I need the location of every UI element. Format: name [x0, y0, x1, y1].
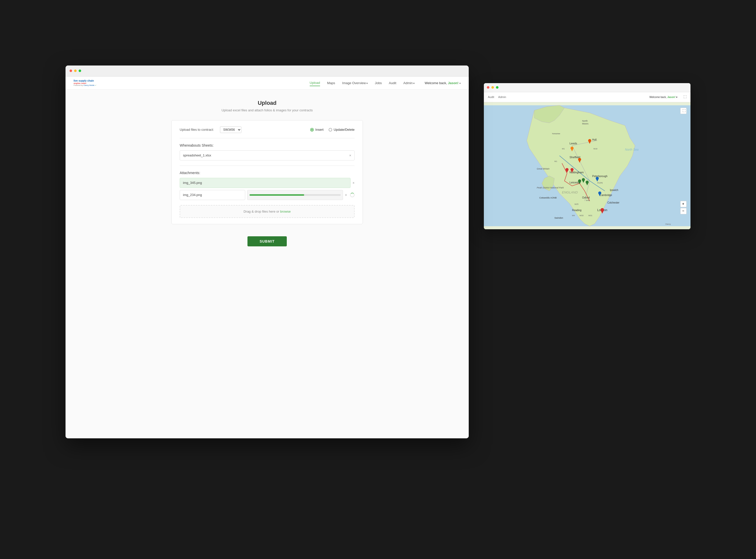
browse-link[interactable]: browse — [280, 209, 291, 214]
contract-label: Upload files to contract: — [180, 128, 214, 132]
svg-text:Cotswolds AONB: Cotswolds AONB — [539, 197, 557, 199]
scene: Audit Admin Welcome back, Jason! ▾ ⛶ — [50, 53, 706, 506]
attachments-section: Attachments: img_345.png × img_234.png — [180, 171, 355, 218]
logo-line2: anglian water — [73, 82, 86, 84]
svg-text:Sheffield: Sheffield — [570, 156, 580, 159]
map-window: Audit Admin Welcome back, Jason! ▾ ⛶ — [484, 83, 690, 229]
svg-text:Great Britain: Great Britain — [537, 167, 550, 170]
progress-bar-wrap-1 — [249, 194, 341, 196]
svg-text:Peterborough: Peterborough — [592, 175, 607, 178]
svg-text:Reading: Reading — [572, 209, 581, 211]
browser-titlebar — [66, 66, 469, 76]
upload-spinner-1 — [350, 193, 355, 197]
svg-text:+: + — [682, 202, 684, 206]
nav-image-overview[interactable]: Image Overview — [342, 80, 368, 86]
contract-row: Upload files to contract: SW3456 Insert … — [180, 127, 355, 133]
browser-dot-close[interactable] — [70, 69, 72, 72]
logo-line1: live supply chain — [73, 80, 94, 82]
nav-upload[interactable]: Upload — [310, 80, 320, 86]
svg-text:⛶: ⛶ — [683, 109, 685, 113]
logo: live supply chain anglian water Powered … — [73, 80, 96, 86]
attachment-filename-1: img_234.png — [183, 193, 242, 197]
map-svg: Leeds Hull Sheffield Nottingham Leiceste… — [484, 102, 690, 229]
svg-text:Leeds: Leeds — [570, 142, 577, 145]
map-nav-welcome: Welcome back, Jason! ▾ — [649, 96, 677, 98]
nav-jobs[interactable]: Jobs — [375, 80, 381, 86]
submit-area: SUBMIT — [81, 236, 453, 246]
map-titlebar — [484, 83, 690, 92]
radio-group: Insert Update/Delete — [310, 128, 355, 132]
svg-text:Ipswich: Ipswich — [610, 189, 618, 192]
whereabouts-section: Whereabouts Sheets: spreadsheet_1.xlsx × — [180, 143, 355, 160]
svg-text:M4: M4 — [572, 215, 575, 217]
window-dot-minimize — [491, 86, 494, 89]
drop-text: Drag & drop files here or — [243, 209, 280, 214]
attachment-file-1: img_234.png — [180, 190, 245, 200]
radio-insert-circle — [310, 128, 314, 132]
svg-text:A1(M): A1(M) — [597, 182, 603, 184]
svg-text:North: North — [582, 120, 588, 122]
browser-dot-minimize[interactable] — [74, 69, 76, 72]
radio-update-circle — [329, 128, 332, 132]
svg-text:Hull: Hull — [592, 138, 597, 141]
page-title: Upload — [81, 100, 453, 106]
browser-window: live supply chain anglian water Powered … — [66, 66, 469, 438]
divider-2 — [180, 165, 355, 166]
svg-text:Yorkshire: Yorkshire — [552, 133, 560, 135]
nav-welcome-user: Jason! — [448, 81, 459, 85]
svg-text:Moors: Moors — [582, 122, 589, 125]
svg-text:M40: M40 — [586, 199, 590, 202]
whereabouts-remove-button[interactable]: × — [349, 154, 351, 157]
radio-insert-label: Insert — [315, 128, 324, 132]
attachment-remove-0[interactable]: × — [353, 181, 355, 185]
attachment-progress-1 — [247, 190, 343, 200]
attachment-row-1: img_234.png × — [180, 190, 355, 200]
page-subtitle: Upload excel files and attach folios & i… — [81, 108, 453, 112]
progress-bar-fill-1 — [249, 194, 304, 196]
radio-update-delete[interactable]: Update/Delete — [329, 128, 355, 132]
svg-text:Cambridge: Cambridge — [600, 194, 612, 197]
navbar: live supply chain anglian water Powered … — [66, 76, 469, 90]
svg-text:M25: M25 — [575, 203, 579, 205]
browser-dot-maximize[interactable] — [79, 69, 81, 72]
contract-select[interactable]: SW3456 — [220, 127, 241, 133]
nav-audit[interactable]: Audit — [389, 80, 396, 86]
svg-text:M31: M31 — [588, 215, 593, 217]
divider-1 — [180, 138, 355, 138]
map-mini-navbar: Audit Admin Welcome back, Jason! ▾ ⛶ — [484, 92, 690, 102]
nav-maps[interactable]: Maps — [327, 80, 335, 86]
main-content: Upload Upload excel files and attach fol… — [66, 90, 469, 438]
drop-zone[interactable]: Drag & drop files here or browse — [180, 205, 355, 218]
submit-button[interactable]: SUBMIT — [247, 236, 287, 246]
map-nav-admin[interactable]: Admin — [498, 95, 506, 98]
svg-text:North Sea: North Sea — [625, 148, 639, 151]
whereabouts-file-row: spreadsheet_1.xlsx × — [180, 150, 355, 160]
nav-links: Upload Maps Image Overview Jobs Audit Ad… — [310, 80, 415, 86]
upload-card: Upload files to contract: SW3456 Insert … — [171, 120, 363, 224]
window-dot-close — [487, 86, 489, 89]
svg-text:M33: M33 — [580, 215, 584, 217]
attachment-row-0: img_345.png × — [180, 178, 355, 188]
map-body: Leeds Hull Sheffield Nottingham Leiceste… — [484, 102, 690, 229]
svg-text:Colchester: Colchester — [607, 201, 619, 204]
svg-text:Oxford: Oxford — [582, 196, 590, 199]
svg-text:−: − — [682, 209, 684, 213]
radio-update-label: Update/Delete — [334, 128, 355, 132]
map-nav-audit[interactable]: Audit — [488, 95, 494, 98]
map-nav-user: Jason! — [667, 96, 675, 98]
nav-admin[interactable]: Admin — [403, 80, 415, 86]
map-fullscreen-icon[interactable]: ⛶ — [684, 95, 686, 99]
svg-text:M1: M1 — [554, 160, 557, 162]
svg-text:ENGLAND: ENGLAND — [562, 191, 578, 194]
svg-text:Clancy: Clancy — [665, 223, 671, 225]
svg-text:M18: M18 — [594, 148, 598, 150]
attachment-filename-0: img_345.png — [183, 181, 347, 185]
whereabouts-filename: spreadsheet_1.xlsx — [183, 153, 349, 157]
radio-insert[interactable]: Insert — [310, 128, 324, 132]
whereabouts-label: Whereabouts Sheets: — [180, 143, 355, 148]
window-dot-maximize — [496, 86, 498, 89]
nav-welcome[interactable]: Welcome back, Jason! — [425, 81, 461, 85]
attachment-remove-1[interactable]: × — [345, 193, 347, 197]
logo-powered: Powered by Clancy Mobile ✓ — [73, 84, 96, 86]
attachment-file-0: img_345.png — [180, 178, 351, 188]
